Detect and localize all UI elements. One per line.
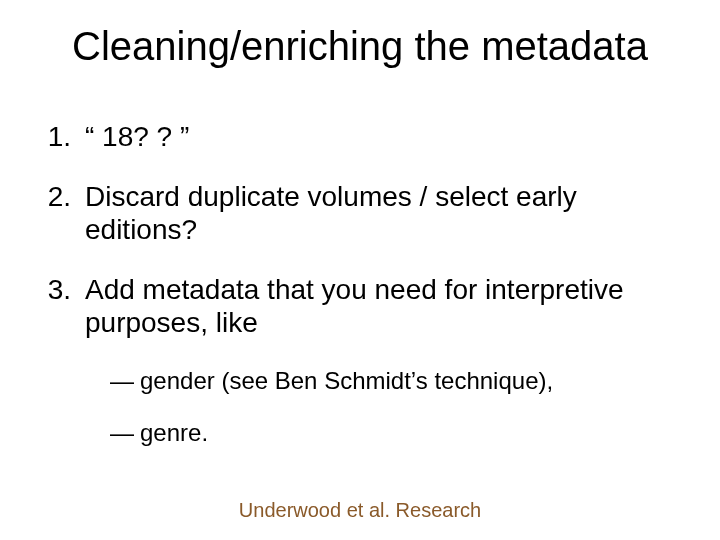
- list-text: “ 18? ? ”: [85, 120, 680, 154]
- list-item: 2. Discard duplicate volumes / select ea…: [40, 180, 680, 247]
- list-number: 3.: [40, 273, 85, 307]
- sub-list: — gender (see Ben Schmidt’s technique), …: [110, 366, 680, 448]
- list-text: Discard duplicate volumes / select early…: [85, 180, 680, 247]
- sub-list-text: gender (see Ben Schmidt’s technique),: [140, 366, 553, 396]
- list-item: 3. Add metadata that you need for interp…: [40, 273, 680, 340]
- slide: Cleaning/enriching the metadata 1. “ 18?…: [0, 0, 720, 540]
- list-number: 1.: [40, 120, 85, 154]
- ordered-list: 1. “ 18? ? ” 2. Discard duplicate volume…: [40, 120, 680, 470]
- list-number: 2.: [40, 180, 85, 214]
- dash-bullet: —: [110, 366, 140, 396]
- list-item: 1. “ 18? ? ”: [40, 120, 680, 154]
- sub-list-item: — gender (see Ben Schmidt’s technique),: [110, 366, 680, 396]
- footer-text: Underwood et al. Research: [0, 499, 720, 522]
- dash-bullet: —: [110, 418, 140, 448]
- sub-list-item: — genre.: [110, 418, 680, 448]
- slide-title: Cleaning/enriching the metadata: [0, 24, 720, 69]
- list-text: Add metadata that you need for interpret…: [85, 273, 680, 340]
- sub-list-text: genre.: [140, 418, 208, 448]
